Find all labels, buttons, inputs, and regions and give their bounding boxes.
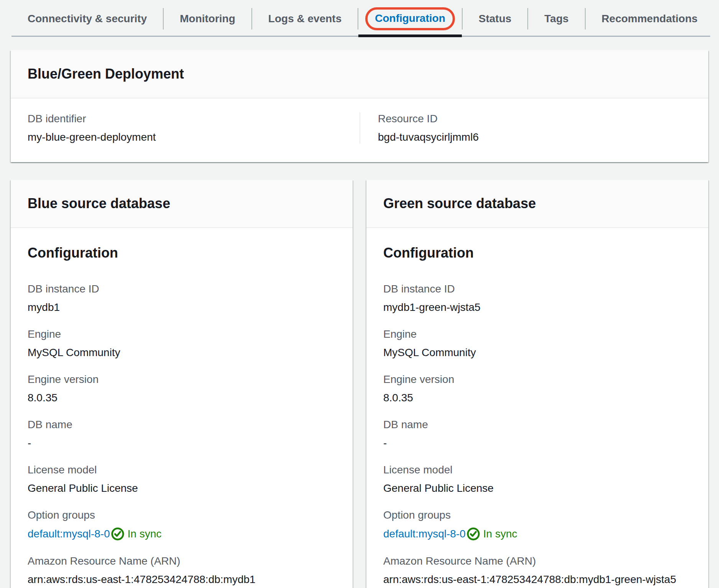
blue-green-deployment-card: Blue/Green Deployment DB identifier my-b… (11, 50, 708, 162)
tab-monitoring[interactable]: Monitoring (164, 0, 251, 37)
field-label: Amazon Resource Name (ARN) (383, 555, 691, 568)
detail-tabs: Connectivity & security Monitoring Logs … (0, 0, 719, 37)
column-db-identifier: DB identifier my-blue-green-deployment (11, 112, 360, 144)
field-engine-version: Engine version 8.0.35 (28, 373, 336, 404)
field-label: Resource ID (378, 112, 691, 125)
field-value: MySQL Community (383, 346, 691, 359)
field-label: Amazon Resource Name (ARN) (28, 555, 336, 568)
field-label: License model (383, 463, 691, 476)
field-value: my-blue-green-deployment (28, 131, 343, 144)
tab-status[interactable]: Status (463, 0, 528, 37)
field-value: General Public License (383, 482, 691, 495)
field-label: Engine (28, 328, 336, 341)
tab-label: Recommendations (602, 13, 698, 25)
field-option-groups: Option groups default:mysql-8-0In sync (383, 509, 691, 541)
field-db-identifier: DB identifier my-blue-green-deployment (28, 112, 343, 144)
field-label: Engine (383, 328, 691, 341)
field-value: MySQL Community (28, 346, 336, 359)
field-label: DB name (383, 418, 691, 431)
option-group-link[interactable]: default:mysql-8-0 (383, 527, 466, 540)
field-db-instance-id: DB instance ID mydb1 (28, 283, 336, 314)
field-db-name: DB name - (28, 418, 336, 450)
tab-logs-events[interactable]: Logs & events (252, 0, 358, 37)
field-value: mydb1-green-wjsta5 (383, 301, 691, 314)
field-license-model: License model General Public License (383, 463, 691, 495)
tab-configuration[interactable]: Configuration (358, 0, 462, 37)
field-label: DB instance ID (28, 283, 336, 296)
field-resource-id: Resource ID bgd-tuvaqsycirljmml6 (378, 112, 691, 144)
tab-recommendations[interactable]: Recommendations (586, 0, 714, 37)
field-value: 8.0.35 (383, 391, 691, 404)
field-engine-version: Engine version 8.0.35 (383, 373, 691, 404)
card-title: Blue source database (28, 195, 336, 212)
field-value: General Public License (28, 482, 336, 495)
option-group-link[interactable]: default:mysql-8-0 (28, 527, 110, 540)
field-label: DB name (28, 418, 336, 431)
field-label: Option groups (28, 509, 336, 522)
field-value: - (28, 437, 336, 450)
field-label: DB identifier (28, 112, 343, 125)
field-arn: Amazon Resource Name (ARN) arn:aws:rds:u… (28, 555, 336, 586)
field-license-model: License model General Public License (28, 463, 336, 495)
card-header: Blue source database (11, 180, 353, 228)
green-source-database-card: Green source database Configuration DB i… (366, 180, 708, 588)
field-label: Engine version (28, 373, 336, 386)
card-title: Blue/Green Deployment (28, 66, 691, 82)
field-label: Engine version (383, 373, 691, 386)
field-value: 8.0.35 (28, 391, 336, 404)
annotation-oval: Configuration (365, 7, 455, 30)
card-body: Configuration DB instance ID mydb1-green… (366, 228, 708, 588)
field-value: arn:aws:rds:us-east-1:478253424788:db:my… (383, 573, 691, 586)
tab-label: Configuration (375, 12, 445, 24)
tab-label: Connectivity & security (28, 13, 147, 25)
source-cards-row: Blue source database Configuration DB in… (11, 180, 708, 588)
sync-status-text: In sync (128, 527, 162, 540)
field-label: Option groups (383, 509, 691, 522)
section-title-configuration: Configuration (28, 245, 336, 261)
blue-source-database-card: Blue source database Configuration DB in… (11, 180, 353, 588)
check-circle-icon (111, 527, 125, 541)
tab-label: Logs & events (268, 13, 341, 25)
field-label: License model (28, 463, 336, 476)
card-body: Configuration DB instance ID mydb1 Engin… (11, 228, 353, 588)
tab-tags[interactable]: Tags (528, 0, 584, 37)
check-circle-icon (466, 527, 480, 541)
section-title-configuration: Configuration (383, 245, 691, 261)
field-value: arn:aws:rds:us-east-1:478253424788:db:my… (28, 573, 336, 586)
field-value: - (383, 437, 691, 450)
tab-label: Status (479, 13, 512, 25)
field-option-groups: Option groups default:mysql-8-0In sync (28, 509, 336, 541)
field-value: bgd-tuvaqsycirljmml6 (378, 131, 691, 144)
tab-connectivity-security[interactable]: Connectivity & security (11, 0, 163, 37)
card-header: Blue/Green Deployment (11, 50, 708, 99)
field-db-name: DB name - (383, 418, 691, 450)
card-header: Green source database (366, 180, 708, 228)
field-value: mydb1 (28, 301, 336, 314)
field-db-instance-id: DB instance ID mydb1-green-wjsta5 (383, 283, 691, 314)
sync-status-text: In sync (483, 527, 517, 540)
field-engine: Engine MySQL Community (383, 328, 691, 359)
tab-label: Tags (544, 13, 568, 25)
field-label: DB instance ID (383, 283, 691, 296)
tab-label: Monitoring (180, 13, 235, 25)
card-body: DB identifier my-blue-green-deployment R… (11, 99, 708, 162)
field-arn: Amazon Resource Name (ARN) arn:aws:rds:u… (383, 555, 691, 586)
card-title: Green source database (383, 195, 691, 212)
field-engine: Engine MySQL Community (28, 328, 336, 359)
column-resource-id: Resource ID bgd-tuvaqsycirljmml6 (360, 112, 708, 144)
